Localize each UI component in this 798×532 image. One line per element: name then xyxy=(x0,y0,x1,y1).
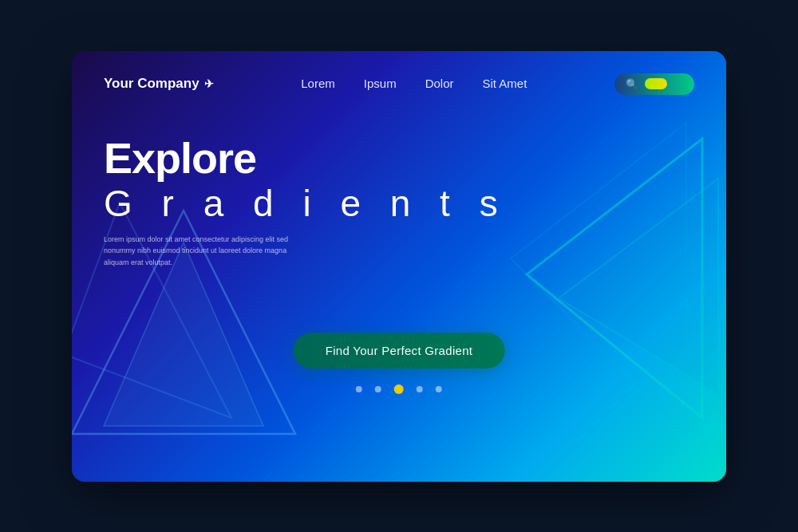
hero-title-explore: Explore xyxy=(104,135,694,182)
nav-item-dolor[interactable]: Dolor xyxy=(425,77,454,91)
search-bar[interactable]: 🔍 xyxy=(614,73,694,95)
nav-links: Lorem Ipsum Dolor Sit Amet xyxy=(301,77,527,91)
brand-icon: ✈ xyxy=(204,77,214,90)
search-icon: 🔍 xyxy=(626,78,638,90)
navbar: Your Company ✈ Lorem Ipsum Dolor Sit Ame… xyxy=(72,51,726,111)
brand: Your Company ✈ xyxy=(104,76,214,92)
hero-title-gradients: G r a d i e n t s xyxy=(104,182,694,226)
hero-content: Explore G r a d i e n t s Lorem ipsum do… xyxy=(72,111,726,269)
nav-item-lorem[interactable]: Lorem xyxy=(301,77,335,91)
dot-3-active[interactable] xyxy=(394,384,404,394)
cta-section: Find Your Perfect Gradient xyxy=(294,333,505,394)
nav-item-sitamet[interactable]: Sit Amet xyxy=(483,77,527,91)
search-pill xyxy=(645,78,667,89)
hero-card: Your Company ✈ Lorem Ipsum Dolor Sit Ame… xyxy=(72,51,726,482)
dot-1[interactable] xyxy=(356,386,362,392)
dot-4[interactable] xyxy=(417,386,423,392)
hero-description: Lorem ipsum dolor sit amet consectetur a… xyxy=(104,234,295,268)
svg-marker-1 xyxy=(104,242,263,426)
nav-item-ipsum[interactable]: Ipsum xyxy=(364,77,397,91)
cta-button[interactable]: Find Your Perfect Gradient xyxy=(294,333,505,368)
brand-name: Your Company xyxy=(104,76,200,92)
page-wrapper: Your Company ✈ Lorem Ipsum Dolor Sit Ame… xyxy=(72,51,726,482)
dot-2[interactable] xyxy=(375,386,381,392)
pagination-dots xyxy=(356,384,442,394)
dot-5[interactable] xyxy=(436,386,442,392)
